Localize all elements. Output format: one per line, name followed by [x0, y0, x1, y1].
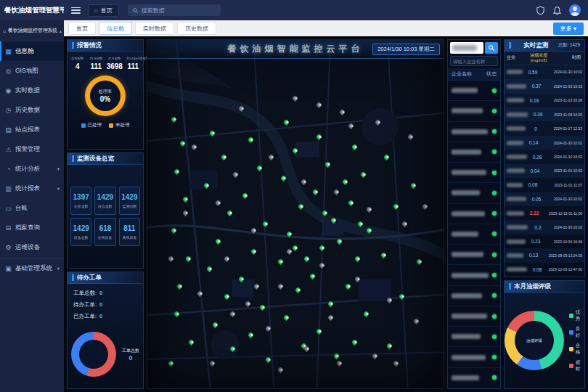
realtime-row[interactable]: 0.132022-08-09 13:24:00	[505, 248, 584, 262]
company-row[interactable]	[448, 224, 500, 245]
company-row[interactable]	[448, 204, 500, 224]
map-pin[interactable]	[351, 338, 358, 346]
content-tab[interactable]: 信息舱	[99, 22, 132, 35]
global-search[interactable]	[128, 4, 221, 16]
sidebar-item[interactable]: ⚠报警管理	[0, 139, 64, 159]
company-row[interactable]	[448, 163, 500, 183]
map-pin[interactable]	[182, 210, 189, 217]
map-pin[interactable]	[262, 220, 269, 227]
realtime-row[interactable]: 0.22024-01-30 10:02	[505, 220, 584, 234]
map-pin[interactable]	[301, 179, 308, 186]
map-pin[interactable]	[176, 283, 183, 290]
map-pin[interactable]	[298, 203, 305, 210]
map-pin[interactable]	[383, 154, 391, 161]
map-pin[interactable]	[277, 283, 284, 290]
map-pin[interactable]	[380, 251, 388, 258]
sidebar-system-header[interactable]: ⌂ 餐饮油烟监控管理系统 ▴	[0, 20, 64, 41]
company-row[interactable]	[448, 286, 500, 306]
map-pin[interactable]	[339, 109, 346, 116]
map-pin[interactable]	[203, 181, 210, 189]
map-pin[interactable]	[291, 245, 298, 252]
map-pin[interactable]	[170, 227, 177, 234]
map-pin[interactable]	[214, 237, 221, 245]
map-pin[interactable]	[348, 199, 355, 206]
map-pin[interactable]	[229, 346, 237, 353]
map-pin[interactable]	[182, 196, 189, 203]
map-pin[interactable]	[422, 203, 429, 210]
company-search-input[interactable]	[450, 42, 483, 54]
map-pin[interactable]	[232, 171, 240, 179]
map-pin[interactable]	[315, 133, 322, 140]
map-pin[interactable]	[247, 332, 254, 339]
map-pin[interactable]	[170, 115, 177, 123]
company-name-filter-input[interactable]	[451, 59, 497, 64]
company-row[interactable]	[448, 245, 500, 265]
map-pin[interactable]	[256, 164, 264, 171]
map-pin[interactable]	[336, 359, 343, 367]
global-search-input[interactable]	[142, 7, 216, 14]
map-pin[interactable]	[211, 321, 219, 328]
map-pin[interactable]	[392, 203, 399, 210]
map-pin[interactable]	[221, 154, 228, 161]
map-pin[interactable]	[188, 338, 195, 346]
realtime-row[interactable]: 0.592024-01-30 10:02	[505, 65, 584, 79]
map-pin[interactable]	[259, 303, 266, 311]
map-pin[interactable]	[312, 189, 319, 196]
realtime-row[interactable]: 0.392023-11-09 14:00	[505, 107, 584, 121]
map-pin[interactable]	[279, 175, 287, 182]
map-pin[interactable]	[365, 206, 372, 213]
map-pin[interactable]	[327, 301, 334, 308]
realtime-row[interactable]: 0.082023-12-03 12:47:00	[505, 263, 584, 277]
realtime-row[interactable]: 0.372024-01-30 10:02	[505, 79, 584, 93]
map-pin[interactable]	[354, 255, 361, 262]
sidebar-item[interactable]: ▤站点报表	[0, 120, 64, 139]
map-pin[interactable]	[342, 179, 349, 186]
sidebar-item[interactable]: ◷历史数据	[0, 100, 64, 120]
map-pin[interactable]	[185, 255, 192, 262]
company-row[interactable]	[448, 81, 500, 101]
map-pin[interactable]	[247, 136, 254, 144]
map-pin[interactable]	[291, 147, 298, 154]
map-pin[interactable]	[327, 314, 334, 322]
map-pin[interactable]	[324, 161, 331, 168]
map-pin[interactable]	[362, 311, 369, 318]
sidebar-item[interactable]: ◔统计分析▾	[0, 159, 64, 179]
map-pin[interactable]	[214, 199, 221, 206]
map-pin[interactable]	[416, 258, 423, 266]
realtime-row[interactable]: 0.052024-01-30 10:02	[505, 192, 584, 206]
map-pin[interactable]	[282, 119, 290, 126]
map-pin[interactable]	[333, 189, 340, 196]
map-pin[interactable]	[386, 342, 393, 349]
map-pin[interactable]	[365, 227, 372, 234]
map-pin[interactable]	[226, 210, 234, 217]
gis-map[interactable]: 餐饮油烟智能监控云平台 2024/1/30 10:03 星期二	[147, 39, 444, 389]
realtime-row[interactable]: 0.282024-01-30 10:02	[505, 150, 584, 163]
sidebar-item[interactable]: ◉实时数据	[0, 81, 64, 100]
company-row[interactable]	[448, 306, 500, 327]
notification-bell-icon[interactable]	[552, 6, 562, 15]
map-pin[interactable]	[354, 276, 361, 283]
map-pin[interactable]	[318, 262, 325, 269]
company-row[interactable]	[448, 327, 500, 347]
map-pin[interactable]	[372, 353, 379, 360]
map-pin[interactable]	[303, 346, 311, 353]
map-pin[interactable]	[413, 318, 420, 325]
map-pin[interactable]	[277, 258, 284, 266]
map-pin[interactable]	[356, 220, 364, 227]
map-pin[interactable]	[205, 266, 213, 273]
company-filter[interactable]	[450, 56, 498, 66]
map-pin[interactable]	[309, 272, 317, 279]
map-pin[interactable]	[321, 210, 328, 217]
map-pin[interactable]	[268, 154, 275, 161]
map-pin[interactable]	[253, 283, 260, 290]
company-row[interactable]	[448, 368, 500, 388]
map-pin[interactable]	[224, 293, 231, 301]
content-tab[interactable]: 首页	[68, 22, 96, 35]
map-pin[interactable]	[265, 356, 272, 363]
map-pin[interactable]	[208, 359, 216, 367]
map-pin[interactable]	[241, 192, 248, 200]
menu-toggle-icon[interactable]	[71, 7, 81, 14]
map-pin[interactable]	[315, 328, 322, 335]
map-pin[interactable]	[191, 144, 198, 151]
map-pin[interactable]	[277, 367, 284, 374]
